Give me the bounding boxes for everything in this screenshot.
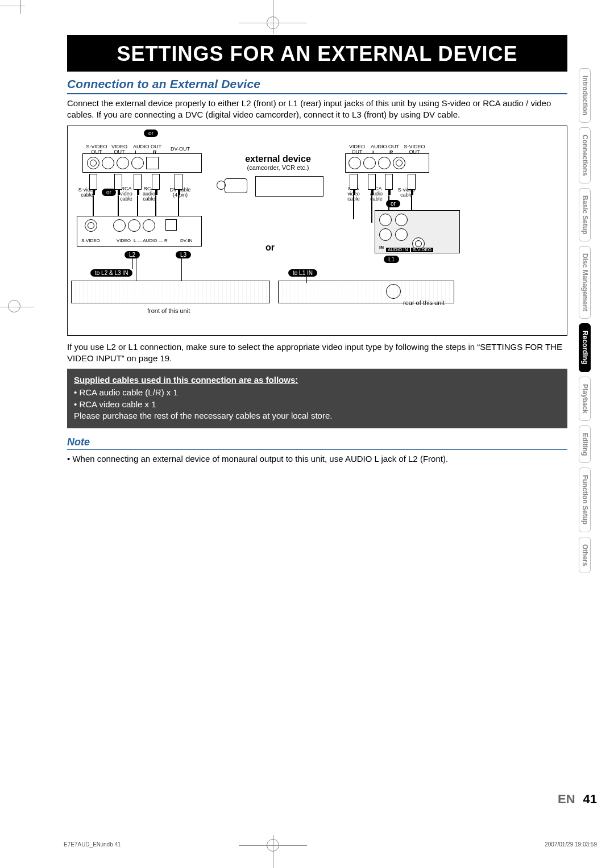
rca-jack-icon xyxy=(131,157,144,169)
after-diagram-text: If you use L2 or L1 connection, make sur… xyxy=(67,341,567,365)
external-device-sub: (camcorder, VCR etc.) xyxy=(233,165,323,172)
page-title: SETTINGS FOR AN EXTERNAL DEVICE xyxy=(67,35,567,72)
cable-plug-icon xyxy=(385,174,393,190)
cable-plug-icon xyxy=(408,174,416,190)
tab-recording[interactable]: Recording xyxy=(579,323,591,372)
rca-jack-icon xyxy=(117,157,129,169)
fan-icon xyxy=(386,284,401,299)
imprint-left: E7E7AUD_EN.indb 41 xyxy=(64,841,121,848)
rca-jack-icon xyxy=(128,219,140,232)
note-title: Note xyxy=(67,436,567,448)
registration-mark-icon xyxy=(267,16,279,29)
rca-jack-icon xyxy=(363,157,376,169)
to-l2-l3-pill: to L2 & L3 IN xyxy=(90,269,132,277)
tab-others[interactable]: Others xyxy=(579,537,591,574)
rca-jack-icon xyxy=(349,157,361,169)
cable-plug-icon xyxy=(134,174,142,190)
cable-line xyxy=(118,195,119,216)
svideo-jack-icon xyxy=(87,157,99,169)
jack-row-front xyxy=(85,219,177,232)
lang-code: EN xyxy=(558,792,575,806)
rca-jack-icon xyxy=(379,228,392,241)
label-rear-audioin: AUDIO IN xyxy=(386,248,410,252)
page-content: SETTINGS FOR AN EXTERNAL DEVICE Connecti… xyxy=(67,35,567,465)
tab-playback[interactable]: Playback xyxy=(579,377,591,421)
crop-mark xyxy=(0,6,25,6)
label-front-video: VIDEO xyxy=(117,239,131,243)
label-dv-out: DV-OUT xyxy=(169,147,192,152)
rca-jack-icon xyxy=(379,214,392,226)
cable-line xyxy=(178,195,179,216)
camcorder-icon xyxy=(217,175,251,198)
cable-plug-icon xyxy=(350,174,358,190)
cable-line xyxy=(155,195,156,216)
section-paragraph: Connect the external device properly to … xyxy=(67,98,567,121)
label-rear-in: IN xyxy=(379,245,384,250)
svideo-jack-icon xyxy=(85,219,97,232)
cable-plug-icon xyxy=(175,174,182,190)
front-caption: front of this unit xyxy=(147,308,190,315)
label-front-svideo: S-VIDEO xyxy=(81,239,100,243)
section-rule xyxy=(67,93,567,94)
vcr-icon xyxy=(255,176,323,197)
cable-line xyxy=(93,195,94,216)
cable-plug-icon xyxy=(152,174,160,190)
label-front-dvin: DV-IN xyxy=(180,239,192,243)
dv-jack-icon xyxy=(165,219,177,231)
cable-plug-icon xyxy=(89,174,97,190)
rca-jack-icon xyxy=(102,157,114,169)
l1-pill: L1 xyxy=(384,256,399,263)
tab-introduction[interactable]: Introduction xyxy=(579,68,591,123)
cables-footer: Please purchase the rest of the necessar… xyxy=(74,410,561,422)
cable-item: • RCA audio cable (L/R) x 1 xyxy=(74,387,561,398)
tab-disc-management[interactable]: Disc Management xyxy=(579,246,591,319)
to-l1-pill: to L1 IN xyxy=(288,269,317,277)
label-rear-svideo: S-VIDEO xyxy=(411,248,433,252)
cable-item: • RCA video cable x 1 xyxy=(74,399,561,410)
side-tabs: Introduction Connections Basic Setup Dis… xyxy=(579,68,603,578)
label-front-audio: L — AUDIO — R xyxy=(134,239,168,243)
rear-caption: rear of this unit xyxy=(403,300,445,307)
leader-line xyxy=(136,258,136,281)
tab-editing[interactable]: Editing xyxy=(579,425,591,464)
cable-line xyxy=(353,195,354,219)
label-audio-out-left: AUDIO OUT xyxy=(130,144,164,149)
cable-line xyxy=(137,195,138,216)
leader-line xyxy=(306,275,307,283)
registration-mark-icon xyxy=(267,839,279,852)
dv-jack-icon xyxy=(146,157,159,169)
rca-jack-icon xyxy=(143,219,155,232)
jack-row-left xyxy=(87,157,159,169)
rca-jack-icon xyxy=(113,219,126,232)
imprint-right: 2007/01/29 19:03:59 xyxy=(545,841,597,848)
leader-line xyxy=(132,258,133,269)
tab-basic-setup[interactable]: Basic Setup xyxy=(579,188,591,242)
note-rule xyxy=(67,449,567,450)
section-heading: Connection to an External Device xyxy=(67,77,567,91)
cable-plug-icon xyxy=(368,174,376,190)
page-num: 41 xyxy=(583,792,597,806)
note-text: • When connecting an external device of … xyxy=(67,453,567,465)
leader-line xyxy=(181,258,182,281)
svideo-jack-icon xyxy=(393,157,405,169)
cable-plug-icon xyxy=(114,174,122,190)
unit-front-outline xyxy=(71,281,270,303)
l3-pill: L3 xyxy=(176,251,191,258)
external-device-title: external device xyxy=(233,155,323,164)
page-number: EN41 xyxy=(558,792,597,807)
jack-row-right xyxy=(349,157,405,169)
cable-line xyxy=(371,195,372,223)
registration-mark-icon xyxy=(8,300,20,312)
label-audio-out-right: AUDIO OUT xyxy=(368,144,402,149)
tab-connections[interactable]: Connections xyxy=(579,127,591,183)
or-pill-top: or xyxy=(144,130,158,137)
rca-jack-icon xyxy=(395,214,408,226)
tab-function-setup[interactable]: Function Setup xyxy=(579,468,591,532)
or-center: or xyxy=(259,243,281,253)
cables-heading: Supplied cables used in this connection … xyxy=(74,374,561,386)
rca-jack-icon xyxy=(378,157,391,169)
supplied-cables-box: Supplied cables used in this connection … xyxy=(67,369,567,428)
connection-diagram: or S-VIDEO OUT VIDEO OUT AUDIO OUT L R D… xyxy=(67,126,567,336)
rca-jack-icon xyxy=(395,228,408,241)
crop-mark xyxy=(20,0,21,14)
